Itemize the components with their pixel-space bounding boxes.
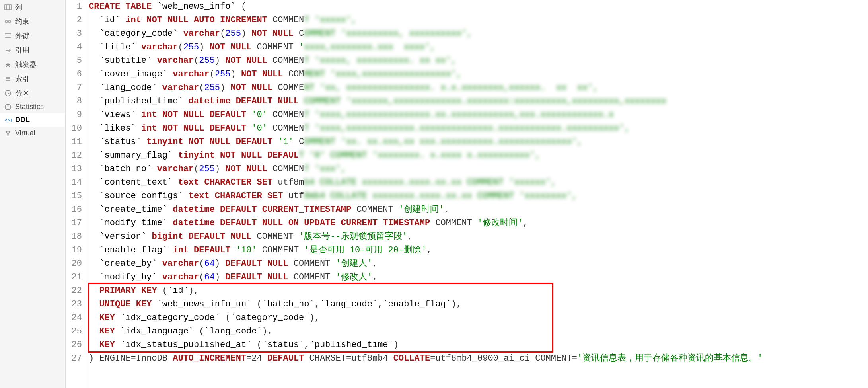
code-editor[interactable]: 1234567891011121314151617181920212223242… xyxy=(66,0,868,388)
sidebar-item-label: 列 xyxy=(15,2,22,12)
code-line[interactable]: `id` int NOT NULL AUTO_INCREMENT COMMENT… xyxy=(89,14,868,27)
code-line[interactable]: `content_text` text CHARACTER SET utf8mb… xyxy=(89,176,868,189)
svg-rect-0 xyxy=(5,5,11,10)
sidebar-item-references[interactable]: 引用 xyxy=(0,43,65,57)
sidebar-item-foreign-keys[interactable]: 外键 xyxy=(0,29,65,43)
code-line[interactable]: `views` int NOT NULL DEFAULT '0' COMMENT… xyxy=(89,108,868,122)
partitions-icon xyxy=(4,89,12,97)
code-line[interactable]: `version` bigint DEFAULT NULL COMMENT '版… xyxy=(89,230,868,244)
sidebar-item-label: 触发器 xyxy=(15,60,37,69)
code-line[interactable]: `source_configs` text CHARACTER SET utf8… xyxy=(89,189,868,203)
foreign-keys-icon xyxy=(4,32,12,40)
code-line[interactable]: `likes` int NOT NULL DEFAULT '0' COMMENT… xyxy=(89,122,868,135)
code-line[interactable]: `create_by` varchar(64) DEFAULT NULL COM… xyxy=(89,257,868,271)
sidebar-item-label: 索引 xyxy=(15,74,29,84)
code-line[interactable]: `lang_code` varchar(255) NOT NULL COMMEN… xyxy=(89,81,868,95)
sidebar-item-label: Virtual xyxy=(15,129,35,137)
sidebar-item-label: DDL xyxy=(15,116,30,124)
sidebar-item-virtual[interactable]: Virtual xyxy=(0,127,65,140)
sidebar-item-label: 引用 xyxy=(15,45,29,55)
sidebar-item-partitions[interactable]: 分区 xyxy=(0,86,65,100)
svg-rect-3 xyxy=(5,21,8,22)
references-icon xyxy=(4,46,12,54)
code-line[interactable]: `batch_no` varchar(255) NOT NULL COMMENT… xyxy=(89,162,868,176)
sidebar-item-label: 外键 xyxy=(15,31,29,41)
code-line[interactable]: UNIQUE KEY `web_news_info_un` (`batch_no… xyxy=(89,298,868,311)
code-line[interactable]: `status` tinyint NOT NULL DEFAULT '1' CO… xyxy=(89,135,868,149)
code-line[interactable]: KEY `idx_status_published_at` (`status`,… xyxy=(89,338,868,352)
code-line[interactable]: `enable_flag` int DEFAULT '10' COMMENT '… xyxy=(89,244,868,257)
code-line[interactable]: `subtitle` varchar(255) NOT NULL COMMENT… xyxy=(89,54,868,68)
code-line[interactable]: `published_time` datetime DEFAULT NULL C… xyxy=(89,95,868,108)
virtual-icon xyxy=(4,129,12,137)
sidebar-item-constraints[interactable]: 约束 xyxy=(0,14,65,29)
svg-marker-5 xyxy=(5,62,11,67)
line-number-gutter: 1234567891011121314151617181920212223242… xyxy=(66,0,86,388)
sidebar-item-columns[interactable]: 列 xyxy=(0,0,65,14)
sidebar-item-label: 分区 xyxy=(15,88,29,98)
svg-text:<>T: <>T xyxy=(5,118,12,123)
svg-rect-4 xyxy=(8,21,11,22)
code-line[interactable]: KEY `idx_language` (`lang_code`), xyxy=(89,325,868,338)
columns-icon xyxy=(4,3,12,11)
sidebar-item-label: 约束 xyxy=(15,17,29,26)
code-line[interactable]: KEY `idx_category_code` (`category_code`… xyxy=(89,311,868,325)
code-line[interactable]: `modify_time` datetime DEFAULT NULL ON U… xyxy=(89,216,868,230)
code-line[interactable]: `title` varchar(255) NOT NULL COMMENT 'x… xyxy=(89,41,868,54)
indexes-icon xyxy=(4,75,12,83)
code-line[interactable]: `summary_flag` tinyint NOT NULL DEFAULT … xyxy=(89,149,868,162)
svg-text:i: i xyxy=(8,105,8,109)
code-line[interactable]: CREATE TABLE `web_news_info` ( xyxy=(89,0,868,14)
sidebar-item-statistics[interactable]: i Statistics xyxy=(0,100,65,113)
code-line[interactable]: `create_time` datetime DEFAULT CURRENT_T… xyxy=(89,203,868,216)
constraints-icon xyxy=(4,18,12,25)
sidebar: 列 约束 外键 引用 触发器 索引 分区 i Statistics <>T DD… xyxy=(0,0,66,388)
sidebar-item-triggers[interactable]: 触发器 xyxy=(0,57,65,72)
sidebar-item-indexes[interactable]: 索引 xyxy=(0,72,65,86)
ddl-icon: <>T xyxy=(4,116,12,124)
statistics-icon: i xyxy=(4,103,12,111)
code-area[interactable]: CREATE TABLE `web_news_info` ( `id` int … xyxy=(86,0,868,388)
code-line[interactable]: ) ENGINE=InnoDB AUTO_INCREMENT=24 DEFAUL… xyxy=(89,352,868,365)
code-line[interactable]: `modify_by` varchar(64) DEFAULT NULL COM… xyxy=(89,271,868,284)
triggers-icon xyxy=(4,60,12,68)
code-line[interactable]: `category_code` varchar(255) NOT NULL CO… xyxy=(89,27,868,41)
sidebar-item-ddl[interactable]: <>T DDL xyxy=(0,113,65,127)
code-line[interactable]: `cover_image` varchar(255) NOT NULL COMM… xyxy=(89,68,868,81)
code-line[interactable]: PRIMARY KEY (`id`), xyxy=(89,284,868,298)
sidebar-item-label: Statistics xyxy=(15,103,44,111)
